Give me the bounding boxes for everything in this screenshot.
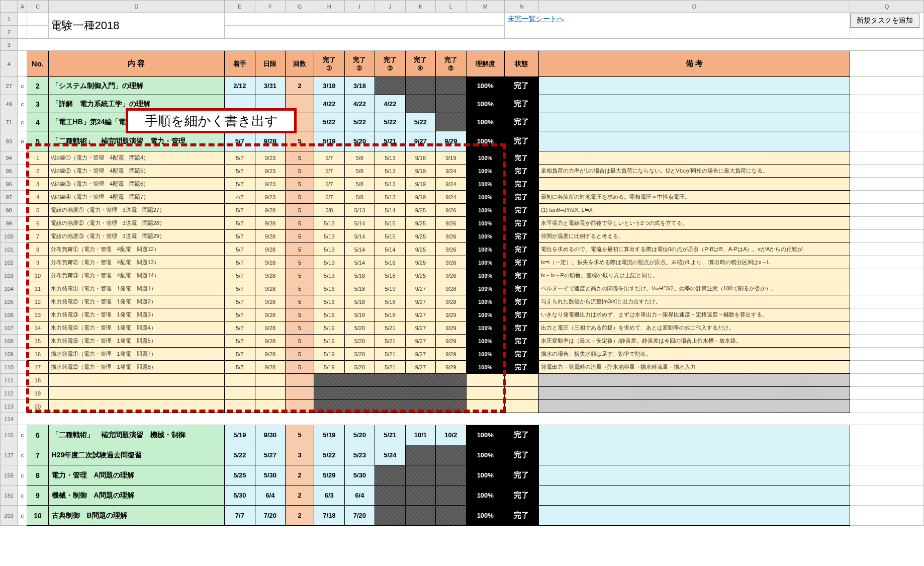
empty-sub-row[interactable]: 11118 [1,374,924,387]
callout-box: 手順を細かく書き出す [126,108,297,133]
sub-task-row[interactable]: 952V結線②（電力・管理 4配電 問題5）5/79/2355/75/85/13… [1,165,924,178]
sub-task-row[interactable]: 941V結線①（電力・管理 4配電 問題4）5/79/2355/75/85/13… [1,151,924,165]
sub-task-row[interactable]: 1018分布負荷①（電力・管理 4配電 問題12）5/79/2855/135/1… [1,243,924,256]
main-task-row[interactable]: 137c7H29年度二次試験過去問復習5/225/2735/225/235/24… [1,445,924,465]
empty-sub-row[interactable]: 11320 [1,400,924,413]
empty-sub-row[interactable]: 11219 [1,387,924,400]
sub-task-row[interactable]: 10411水力発電①（電力・管理 1発電 問題1）5/79/2855/165/1… [1,282,924,295]
sub-task-row[interactable]: 963V結線③（電力・管理 4配電 問題6）5/79/2355/75/85/13… [1,178,924,191]
sub-task-row[interactable]: 1029分布負荷②（電力・管理 4配電 問題13）5/79/2855/135/1… [1,256,924,269]
sheet-title: 電験一種2018 [48,13,225,39]
column-letters: ACD EFG HIJ KLM NOQ [1,1,924,13]
sub-task-row[interactable]: 10310分布負荷③（電力・管理 4配電 問題14）5/79/2855/135/… [1,269,924,282]
main-task-row[interactable]: 181c9機械・制御 A問題の理解5/306/426/36/4100%完了 [1,486,924,506]
main-task-row[interactable]: 159c8電力・管理 A問題の理解5/255/3025/295/30100%完了 [1,465,924,486]
sub-task-row[interactable]: 974V結線④（電力・管理 4配電 問題7）4/79/2355/75/85/13… [1,191,924,204]
sub-task-row[interactable]: 10815水力発電⑤（電力・管理 1発電 問題5）5/79/2855/195/2… [1,335,924,348]
spreadsheet-grid[interactable]: ACD EFG HIJ KLM NOQ 1 電験一種2018 未完一覧シートへ … [0,0,924,526]
incomplete-list-link[interactable]: 未完一覧シートへ [505,13,567,26]
sub-task-row[interactable]: 996電線の弛度②（電力・管理 3送電 問題28）5/79/2855/135/1… [1,217,924,230]
main-task-row[interactable]: 115c6「二種戦術」 補完問題演習 機械・制御5/199/3055/195/2… [1,425,924,445]
table-header: 4 No. 内 容 着手 日限 回数 完了 ① 完了 ② 完了 ③ 完了 ④ 完… [1,51,924,77]
sub-task-row[interactable]: 1007電線の弛度③（電力・管理 3送電 問題29）5/79/2855/135/… [1,230,924,243]
sub-task-row[interactable]: 10613水力発電③（電力・管理 1発電 問題3）5/79/2855/165/1… [1,308,924,321]
sub-task-row[interactable]: 10916揚水発電①（電力・管理 1発電 問題7）5/79/2855/195/2… [1,348,924,361]
add-task-button[interactable]: 新規タスクを追加 [850,14,919,28]
sub-task-row[interactable]: 10512水力発電②（電力・管理 1発電 問題2）5/79/2855/165/1… [1,295,924,308]
main-task-row[interactable]: 93o5「二種戦術」 補完問題演習 電力・管理5/79/2855/195/205… [1,131,924,151]
sub-task-row[interactable]: 11017揚水発電②（電力・管理 1発電 問題8）5/79/2855/195/2… [1,361,924,374]
sub-task-row[interactable]: 10714水力発電④（電力・管理 1発電 問題4）5/79/2855/195/2… [1,321,924,335]
sub-task-row[interactable]: 985電線の弛度①（電力・管理 3送電 問題27）5/79/2855/85/13… [1,204,924,217]
main-task-row[interactable]: 27c2「システム制御入門」の理解2/123/3123/183/18100%完了 [1,77,924,95]
main-task-row[interactable]: 203c10古典制御 B問題の理解7/77/2027/187/20100%完了 [1,506,924,526]
